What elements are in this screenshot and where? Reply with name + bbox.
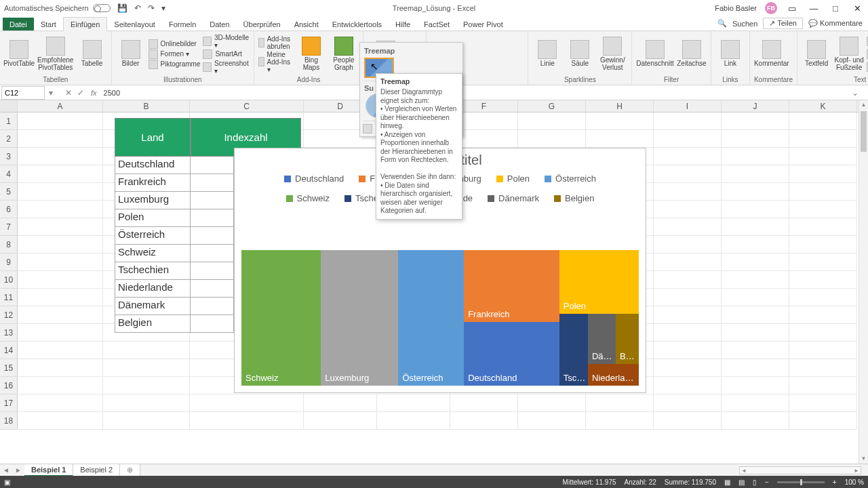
search-icon[interactable]: 🔍 <box>717 19 727 28</box>
tab-formeln[interactable]: Formeln <box>162 18 203 30</box>
enter-icon[interactable]: ✓ <box>77 88 84 98</box>
zoom-out-icon[interactable]: − <box>765 479 769 486</box>
sheet-nav-prev[interactable]: ◄ <box>0 466 12 474</box>
get-addins-button[interactable]: Add-Ins abrufen <box>258 35 294 50</box>
col-header-K[interactable]: K <box>789 100 857 112</box>
textfeld-button[interactable]: Textfeld <box>802 40 831 68</box>
scroll-down-icon[interactable]: ▼ <box>859 454 868 464</box>
row-header-6[interactable]: 6 <box>0 201 18 218</box>
piktogramme-button[interactable]: Piktogramme <box>149 60 201 69</box>
datenschnitt-button[interactable]: Datenschnitt <box>636 40 674 68</box>
tab-daten[interactable]: Daten <box>203 18 236 30</box>
tile-Schweiz[interactable]: Schweiz <box>241 250 321 386</box>
tab-file[interactable]: Datei <box>3 18 34 30</box>
add-sheet-button[interactable]: ⊕ <box>120 464 140 476</box>
col-header-I[interactable]: I <box>654 100 722 112</box>
kopf-fuss-button[interactable]: Kopf- und Fußzeile <box>834 37 864 71</box>
tab-entwicklertools[interactable]: Entwicklertools <box>326 18 389 30</box>
treemap-plot[interactable]: SchweizLuxemburgÖsterreichFrankreichDeut… <box>241 250 639 386</box>
row-header-7[interactable]: 7 <box>0 218 18 236</box>
sparkline-saule[interactable]: Säule <box>565 40 595 68</box>
horizontal-scrollbar[interactable]: ◄► <box>739 466 861 474</box>
minimize-icon[interactable]: — <box>807 3 821 14</box>
namebox-dropdown-icon[interactable]: ▾ <box>49 88 53 98</box>
tab-einfügen[interactable]: Einfügen <box>63 17 107 31</box>
tab-ansicht[interactable]: Ansicht <box>288 18 326 30</box>
maximize-icon[interactable]: □ <box>829 3 842 14</box>
hscroll-right-icon[interactable]: ► <box>852 468 861 474</box>
zoom-level[interactable]: 100 % <box>845 479 864 486</box>
zoom-slider[interactable] <box>777 481 825 483</box>
tab-überprüfen[interactable]: Überprüfen <box>237 18 288 30</box>
row-header-13[interactable]: 13 <box>0 324 18 342</box>
tab-start[interactable]: Start <box>34 18 63 30</box>
col-header-J[interactable]: J <box>722 100 789 112</box>
tab-factset[interactable]: FactSet <box>417 18 456 30</box>
cancel-icon[interactable]: ✕ <box>65 88 72 98</box>
row-header-8[interactable]: 8 <box>0 236 18 253</box>
formen-button[interactable]: Formen ▾ <box>149 49 201 59</box>
row-header-17[interactable]: 17 <box>0 394 18 412</box>
tile-Polen[interactable]: Polen <box>559 250 639 314</box>
bing-maps-button[interactable]: Bing Maps <box>296 37 326 71</box>
name-box[interactable] <box>1 86 45 100</box>
legend-item[interactable]: Österreich <box>545 174 596 184</box>
people-graph-button[interactable]: People Graph <box>329 37 359 71</box>
search-label[interactable]: Suchen <box>732 20 757 28</box>
ribbon-options-icon[interactable]: ▭ <box>785 3 799 14</box>
col-header-A[interactable]: A <box>18 100 103 112</box>
sheet-nav-next[interactable]: ► <box>12 466 24 474</box>
tile-Dä…[interactable]: Dä… <box>588 314 616 364</box>
col-header-C[interactable]: C <box>190 100 304 112</box>
save-icon[interactable]: 💾 <box>117 3 127 13</box>
autosave-toggle[interactable] <box>93 4 111 12</box>
share-button[interactable]: ↗ Teilen <box>763 18 803 29</box>
col-land[interactable]: Land <box>115 118 191 157</box>
smartart-button[interactable]: SmartArt <box>203 49 250 59</box>
table-button[interactable]: Tabelle <box>77 40 107 68</box>
close-icon[interactable]: ✕ <box>850 3 864 14</box>
sheet-tab[interactable]: Beispiel 2 <box>73 464 120 476</box>
legend-item[interactable]: Deutschland <box>284 174 344 184</box>
tile-Frankreich[interactable]: Frankreich <box>464 250 559 322</box>
screenshot-button[interactable]: Screenshot ▾ <box>203 60 250 75</box>
row-header-15[interactable]: 15 <box>0 359 18 377</box>
row-header-4[interactable]: 4 <box>0 165 18 183</box>
row-header-11[interactable]: 11 <box>0 289 18 306</box>
tile-Tsc…[interactable]: Tsc… <box>559 314 588 386</box>
redo-icon[interactable]: ↷ <box>148 3 155 13</box>
3d-modelle-button[interactable]: 3D-Modelle ▾ <box>203 34 250 49</box>
tab-hilfe[interactable]: Hilfe <box>389 18 417 30</box>
sparkline-linie[interactable]: Linie <box>532 40 562 68</box>
row-header-14[interactable]: 14 <box>0 342 18 359</box>
zoom-in-icon[interactable]: + <box>833 479 837 486</box>
bilder-button[interactable]: Bilder <box>116 40 146 68</box>
sheet-tab[interactable]: Beispiel 1 <box>24 464 73 476</box>
view-normal-icon[interactable]: ▦ <box>724 479 730 486</box>
expand-formula-icon[interactable]: ⌄ <box>852 88 859 98</box>
tab-power pivot[interactable]: Power Pivot <box>456 18 510 30</box>
legend-item[interactable]: Dänemark <box>488 193 539 203</box>
link-button[interactable]: Link <box>715 40 745 68</box>
tile-Niederla…[interactable]: Niederla… <box>588 364 639 386</box>
tile-Luxemburg[interactable]: Luxemburg <box>321 250 398 386</box>
row-header-1[interactable]: 1 <box>0 113 18 130</box>
tile-B…[interactable]: B… <box>616 314 639 364</box>
legend-item[interactable]: Belgien <box>554 193 594 203</box>
tab-seitenlayout[interactable]: Seitenlayout <box>107 18 162 30</box>
col-header-H[interactable]: H <box>586 100 654 112</box>
zeitachse-button[interactable]: Zeitachse <box>677 40 707 68</box>
online-bilder-button[interactable]: Onlinebilder <box>149 39 201 49</box>
row-header-18[interactable]: 18 <box>0 412 18 430</box>
view-pagebreak-icon[interactable]: ▯ <box>753 479 757 486</box>
tile-Deutschland[interactable]: Deutschland <box>464 322 559 386</box>
legend-item[interactable]: Polen <box>496 174 530 184</box>
col-header-G[interactable]: G <box>518 100 586 112</box>
select-all-corner[interactable] <box>0 100 18 112</box>
avatar[interactable]: FB <box>765 2 777 14</box>
qat-more-icon[interactable]: ▾ <box>161 3 165 13</box>
my-addins-button[interactable]: Meine Add-Ins ▾ <box>258 51 294 73</box>
legend-item[interactable]: Schweiz <box>286 193 330 203</box>
undo-icon[interactable]: ↶ <box>134 3 141 13</box>
formula-input[interactable]: 2500 <box>101 87 849 98</box>
